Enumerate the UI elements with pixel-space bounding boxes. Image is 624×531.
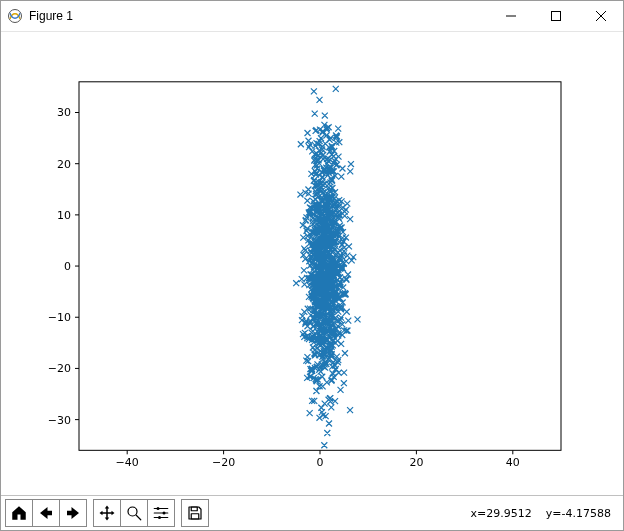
svg-text:10: 10 xyxy=(57,209,71,222)
svg-text:0: 0 xyxy=(64,260,71,273)
svg-text:40: 40 xyxy=(506,456,520,469)
svg-rect-31 xyxy=(191,507,197,511)
configure-subplots-button[interactable] xyxy=(147,499,175,527)
cursor-coordinates: x=29.9512 y=-4.17588 xyxy=(471,507,619,520)
svg-text:−40: −40 xyxy=(116,456,139,469)
nav-toolbar: x=29.9512 y=-4.17588 xyxy=(1,495,623,530)
home-icon xyxy=(10,504,28,522)
forward-button[interactable] xyxy=(59,499,87,527)
svg-point-27 xyxy=(128,507,137,516)
zoom-button[interactable] xyxy=(120,499,148,527)
title-bar: Figure 1 xyxy=(1,1,623,32)
svg-text:20: 20 xyxy=(57,158,71,171)
move-icon xyxy=(98,504,116,522)
svg-point-28 xyxy=(157,507,160,510)
minimize-button[interactable] xyxy=(488,1,533,31)
svg-text:−10: −10 xyxy=(48,311,71,324)
arrow-left-icon xyxy=(37,504,55,522)
window-title: Figure 1 xyxy=(29,9,73,23)
svg-point-30 xyxy=(158,516,161,519)
svg-point-29 xyxy=(163,512,166,515)
save-icon xyxy=(186,504,204,522)
save-button[interactable] xyxy=(181,499,209,527)
svg-text:−20: −20 xyxy=(48,362,71,375)
back-button[interactable] xyxy=(32,499,60,527)
maximize-button[interactable] xyxy=(533,1,578,31)
svg-rect-32 xyxy=(191,514,199,519)
scatter-plot: −40−2002040−30−20−100102030 xyxy=(1,32,623,495)
svg-text:−30: −30 xyxy=(48,414,71,427)
svg-text:30: 30 xyxy=(57,107,71,120)
close-button[interactable] xyxy=(578,1,623,31)
svg-text:20: 20 xyxy=(409,456,423,469)
svg-text:−20: −20 xyxy=(212,456,235,469)
svg-point-0 xyxy=(9,10,22,23)
svg-text:0: 0 xyxy=(317,456,324,469)
home-button[interactable] xyxy=(5,499,33,527)
app-icon xyxy=(7,8,23,24)
arrow-right-icon xyxy=(64,504,82,522)
magnifier-icon xyxy=(125,504,143,522)
sliders-icon xyxy=(152,504,170,522)
app-window: Figure 1 −40−2002040−30−20−100102030 xyxy=(0,0,624,531)
figure-canvas[interactable]: −40−2002040−30−20−100102030 xyxy=(1,32,623,495)
pan-button[interactable] xyxy=(93,499,121,527)
svg-rect-1 xyxy=(551,12,560,21)
